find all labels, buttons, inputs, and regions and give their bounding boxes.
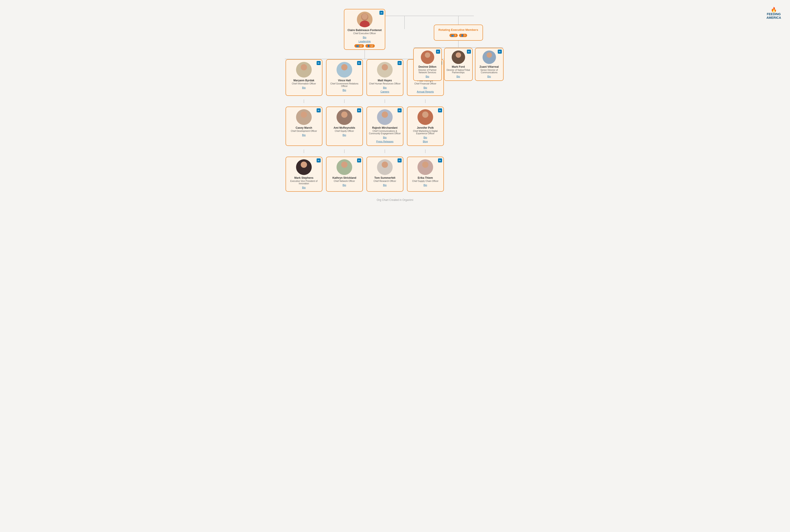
linkedin-badge[interactable]: in (438, 108, 442, 112)
svg-point-4 (299, 72, 308, 78)
svg-point-2 (362, 14, 368, 19)
linkedin-badge[interactable]: in (498, 50, 502, 54)
person-avatar (296, 159, 312, 175)
person-link[interactable]: Bio (423, 183, 427, 187)
person-name: Desiree Dillon (418, 65, 436, 69)
person-link[interactable]: Bio (343, 133, 346, 137)
person-name: Tom Summerfelt (374, 176, 395, 179)
linkedin-badge[interactable]: in (436, 50, 440, 54)
person-link[interactable]: Bio (488, 75, 491, 79)
linkedin-badge[interactable]: in (467, 50, 471, 54)
ceo-leadership-link[interactable]: Leadership (359, 40, 370, 43)
connector-row-2-3 (286, 150, 444, 153)
linkedin-badge[interactable]: in (357, 61, 361, 65)
person-avatar (452, 51, 465, 64)
person-card: in Matt HayesChief Human Resources Offic… (367, 59, 403, 96)
rotating-cards: in Desiree DillonDirector of Partner Net… (413, 48, 503, 81)
person-link[interactable]: Bio (383, 86, 387, 90)
svg-point-15 (382, 112, 388, 118)
svg-point-19 (301, 162, 307, 168)
svg-point-22 (340, 169, 349, 175)
ceo-title: Chief Executive Officer (353, 32, 376, 35)
person-title: Director of Native/Tribal Partnerships (446, 69, 471, 74)
person-title: Chief Financial Officer (414, 82, 436, 85)
linkedin-badge[interactable]: in (398, 158, 402, 163)
person-card: in Vince HallChief Government Relations … (326, 59, 363, 96)
rotating-title: Rotating Executive Members (439, 28, 478, 32)
person-link[interactable]: Bio (423, 86, 427, 90)
person-link[interactable]: Bio (302, 186, 306, 190)
person-title: Executive Vice President of Innovation (288, 180, 320, 185)
person-link[interactable]: Bio (302, 86, 306, 90)
ceo-card: in Claire Babineaux-Fontenot Chief Execu… (344, 9, 385, 50)
person-avatar (336, 159, 352, 175)
person-card: in Tom SummerfeltChief Research OfficerB… (367, 157, 403, 192)
person-link[interactable]: Annual Reports (417, 90, 434, 94)
svg-point-14 (340, 119, 349, 125)
row-2: in Casey MarshChief Development OfficerB… (286, 107, 444, 146)
svg-point-20 (299, 169, 308, 175)
svg-point-24 (380, 169, 389, 175)
ceo-bio-link[interactable]: Bio (363, 36, 367, 40)
person-name: Matt Hayes (378, 79, 392, 82)
connector-row-1-2 (286, 99, 444, 103)
person-link[interactable]: Press Releases (376, 140, 393, 144)
svg-point-27 (425, 53, 430, 58)
person-card: in Zuani VillarrealSenior Director of Co… (475, 48, 503, 81)
person-title: Chief Marketing & Digital Experience Off… (409, 130, 442, 135)
svg-point-25 (422, 162, 428, 168)
person-link[interactable]: Bio (383, 183, 387, 187)
svg-point-28 (423, 59, 431, 64)
linkedin-badge[interactable]: in (317, 61, 320, 65)
svg-point-26 (421, 169, 430, 175)
groups-icon: 👥 (356, 45, 359, 47)
person-name: Casey Marsh (296, 126, 312, 129)
rotating-groups-badge: 👥 3 (449, 34, 458, 37)
linkedin-badge[interactable]: in (357, 108, 361, 112)
svg-point-13 (341, 112, 348, 118)
linkedin-badge[interactable]: in (357, 158, 361, 163)
person-link[interactable]: Bio (423, 136, 427, 140)
person-avatar (421, 51, 434, 64)
person-card: in Erika ThiemChief Supply Chain Officer… (407, 157, 444, 192)
svg-point-11 (301, 112, 307, 118)
person-card: in Casey MarshChief Development OfficerB… (286, 107, 323, 146)
person-link[interactable]: Bio (426, 75, 429, 79)
person-card: in Kathryn StricklandChief Network Offic… (326, 157, 363, 192)
person-avatar (482, 51, 496, 64)
person-name: Zuani Villarreal (480, 65, 499, 69)
svg-point-6 (340, 72, 349, 78)
person-avatar (296, 109, 312, 125)
person-link[interactable]: Bio (343, 183, 346, 187)
person-link[interactable]: Bio (302, 133, 306, 137)
person-title: Chief Equity Officer (335, 130, 354, 132)
svg-point-5 (341, 64, 348, 70)
row-3: in Mark StephensExecutive Vice President… (286, 157, 444, 192)
person-link[interactable]: Careers (380, 90, 389, 94)
linkedin-badge[interactable]: in (398, 108, 402, 112)
linkedin-badge[interactable]: in (398, 61, 402, 65)
person-link[interactable]: Bio (383, 136, 387, 140)
person-name: Mark Stephens (294, 176, 313, 179)
ceo-badges: 👥 12 👤 12 (354, 44, 374, 48)
person-link[interactable]: Bio (457, 75, 460, 79)
person-title: Chief Information Officer (292, 82, 316, 85)
svg-point-8 (380, 72, 389, 78)
person-name: Ami McReynolds (334, 126, 355, 129)
rotating-badges: 👥 3 👤 3 (449, 34, 467, 37)
person-name: Rajesh Mirchandani (372, 126, 397, 129)
ceo-linkedin[interactable]: in (380, 11, 384, 15)
ceo-name: Claire Babineaux-Fontenot (348, 28, 382, 32)
person-title: Director of Partner Network Services (416, 69, 440, 74)
person-title: Chief Network Officer (334, 180, 355, 182)
svg-point-32 (485, 59, 493, 64)
person-link[interactable]: Blog (423, 140, 428, 144)
linkedin-badge[interactable]: in (317, 158, 320, 163)
rotating-people-badge: 👤 3 (459, 34, 467, 37)
linkedin-badge[interactable]: in (317, 108, 320, 112)
person-name: Jennifer Polk (417, 126, 434, 129)
person-avatar (296, 62, 312, 78)
linkedin-badge[interactable]: in (438, 158, 442, 163)
person-title: Chief Supply Chain Officer (412, 180, 439, 182)
person-link[interactable]: Bio (343, 88, 346, 92)
